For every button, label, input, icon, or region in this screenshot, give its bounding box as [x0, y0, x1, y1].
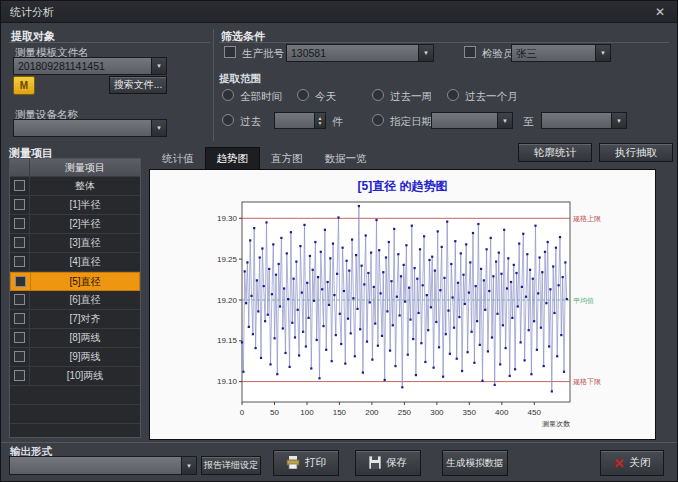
chevron-down-icon[interactable]: ▼: [151, 120, 166, 136]
svg-text:19.15: 19.15: [217, 336, 238, 345]
row-checkbox-cell: [10, 329, 30, 347]
row-checkbox[interactable]: [14, 332, 25, 343]
row-checkbox[interactable]: [14, 218, 25, 229]
print-button[interactable]: 打印: [273, 450, 339, 476]
chevron-down-icon[interactable]: ▼: [418, 45, 433, 61]
row-checkbox-cell: [11, 273, 31, 290]
row-checkbox[interactable]: [14, 199, 25, 210]
save-button[interactable]: 保存: [355, 450, 421, 476]
row-checkbox[interactable]: [14, 351, 25, 362]
measure-item-row[interactable]: 整体: [10, 177, 140, 196]
row-checkbox[interactable]: [14, 370, 25, 381]
row-checkbox-cell: [10, 253, 30, 271]
time-range-radio-label: 今天: [315, 90, 336, 104]
measure-item-row[interactable]: [7]对齐: [10, 310, 140, 329]
row-checkbox-cell: [10, 177, 30, 195]
batch-label: 生产批号: [242, 47, 284, 61]
tab-3[interactable]: 数据一览: [314, 148, 378, 170]
inspector-value: 张三: [512, 45, 595, 61]
row-checkbox[interactable]: [14, 294, 25, 305]
close-label: 关闭: [629, 456, 650, 470]
outline-stats-button[interactable]: 轮廓统计: [518, 143, 592, 162]
execute-extract-button[interactable]: 执行抽取: [599, 143, 673, 162]
to-label: 至: [523, 115, 534, 129]
chevron-down-icon[interactable]: ▼: [595, 45, 610, 61]
row-checkbox[interactable]: [14, 256, 25, 267]
measure-item-label: [5]直径: [31, 275, 139, 289]
svg-text:150: 150: [333, 408, 347, 417]
date-from-value: [432, 113, 497, 128]
chevron-down-icon[interactable]: ▼: [497, 113, 512, 128]
measure-item-row[interactable]: [3]直径: [10, 234, 140, 253]
chevron-down-icon[interactable]: ▼: [181, 457, 196, 474]
date-range-radio[interactable]: [372, 114, 384, 126]
date-to-value: [542, 113, 611, 128]
measure-item-row[interactable]: [10]两线: [10, 367, 140, 386]
measure-item-label: [3]直径: [30, 236, 140, 250]
svg-text:19.10: 19.10: [217, 377, 238, 386]
measure-item-row[interactable]: [1]半径: [10, 196, 140, 215]
close-button[interactable]: ✕ 关闭: [600, 450, 664, 476]
svg-text:规格上限: 规格上限: [573, 215, 601, 223]
inspector-label: 检验员: [482, 47, 514, 61]
chevron-down-icon[interactable]: ▼: [611, 113, 626, 128]
row-checkbox[interactable]: [14, 180, 25, 191]
measure-item-row[interactable]: [5]直径: [10, 272, 140, 291]
close-icon[interactable]: ✕: [651, 3, 669, 21]
output-format-dropdown[interactable]: ▼: [9, 456, 197, 475]
measure-item-row[interactable]: [9]两线: [10, 348, 140, 367]
measure-item-label: [9]两线: [30, 350, 140, 364]
row-checkbox[interactable]: [14, 237, 25, 248]
measure-item-label: [10]两线: [30, 369, 140, 383]
divider: [219, 42, 669, 43]
past-count-stepper[interactable]: ▲▼: [274, 112, 326, 129]
batch-value: 130581: [287, 45, 418, 61]
svg-text:19.20: 19.20: [217, 296, 238, 305]
row-checkbox[interactable]: [15, 276, 26, 287]
svg-text:400: 400: [495, 408, 509, 417]
measure-item-row[interactable]: [8]两线: [10, 329, 140, 348]
measure-item-label: [8]两线: [30, 331, 140, 345]
batch-dropdown[interactable]: 130581 ▼: [286, 44, 434, 62]
inspector-dropdown[interactable]: 张三 ▼: [511, 44, 611, 62]
stepper-arrows-icon[interactable]: ▲▼: [314, 113, 325, 128]
past-radio[interactable]: [222, 114, 234, 126]
divider: [213, 29, 214, 141]
svg-text:0: 0: [240, 408, 245, 417]
batch-checkbox[interactable]: [224, 46, 236, 58]
divider: [9, 42, 210, 43]
save-label: 保存: [386, 456, 407, 470]
measure-item-row[interactable]: [6]直径: [10, 291, 140, 310]
chevron-down-icon[interactable]: ▼: [151, 58, 166, 74]
time-range-radio[interactable]: [447, 89, 459, 101]
empty-row: [10, 386, 140, 405]
tab-2[interactable]: 直方图: [260, 148, 314, 170]
date-to-dropdown[interactable]: ▼: [541, 112, 627, 129]
tab-1[interactable]: 趋势图: [205, 147, 261, 171]
template-file-dropdown[interactable]: 201809281141451 ▼: [13, 57, 167, 75]
svg-text:450: 450: [528, 408, 542, 417]
svg-text:19.25: 19.25: [217, 255, 238, 264]
header-label: 测量项目: [30, 161, 140, 175]
window-title: 统计分析: [10, 6, 54, 18]
row-checkbox[interactable]: [14, 313, 25, 324]
search-file-button[interactable]: 搜索文件...: [109, 76, 167, 94]
tab-0[interactable]: 统计值: [151, 148, 205, 170]
measure-item-row[interactable]: [4]直径: [10, 253, 140, 272]
trend-chart: 平均值规格上限规格下限19.1019.1519.2019.2519.300501…: [150, 170, 655, 439]
time-range-radio[interactable]: [222, 89, 234, 101]
device-name-dropdown[interactable]: ▼: [13, 119, 167, 137]
empty-row: [10, 424, 140, 443]
measure-item-row[interactable]: [2]半径: [10, 215, 140, 234]
inspector-checkbox[interactable]: [464, 46, 476, 58]
generate-sim-data-button[interactable]: 生成模拟数据: [442, 450, 508, 476]
floppy-disk-icon: [369, 456, 381, 471]
svg-text:300: 300: [430, 408, 444, 417]
tabbar: 统计值趋势图直方图数据一览: [151, 147, 378, 171]
time-range-radio[interactable]: [372, 89, 384, 101]
time-range-radio[interactable]: [297, 89, 309, 101]
date-range-label: 指定日期: [390, 115, 432, 129]
report-settings-button[interactable]: 报告详细设定: [201, 456, 261, 475]
measure-item-label: 整体: [30, 179, 140, 193]
date-from-dropdown[interactable]: ▼: [431, 112, 513, 129]
